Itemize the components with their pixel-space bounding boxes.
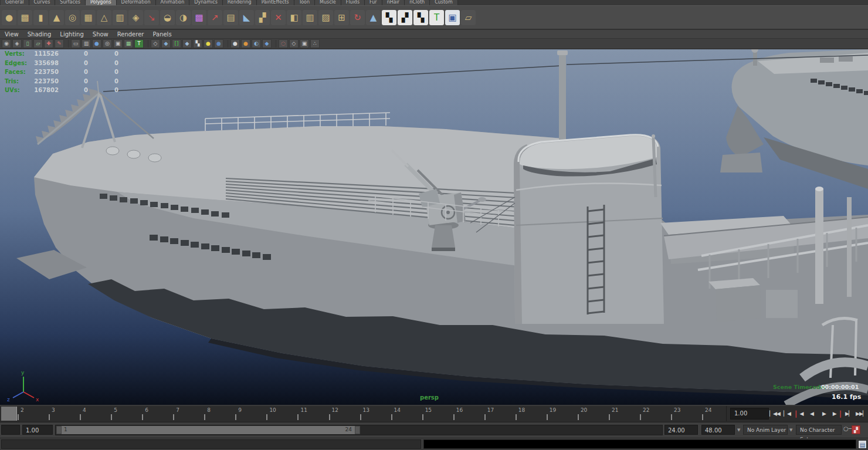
- half-ball-icon[interactable]: ◐: [252, 39, 261, 48]
- timeline-tick-13[interactable]: [360, 414, 361, 420]
- insert-edge-loop-icon[interactable]: ▥: [303, 10, 317, 25]
- shelf-tab-fluids[interactable]: Fluids: [341, 0, 365, 5]
- timeline-tick-14[interactable]: [391, 414, 392, 420]
- select-marquee-icon[interactable]: ◌: [279, 39, 288, 48]
- select-camera-icon[interactable]: ◉: [2, 39, 11, 48]
- poly-platonic-icon[interactable]: ◈: [128, 10, 143, 25]
- timeline-tick-22[interactable]: [640, 414, 641, 420]
- set-key-icon[interactable]: ○─: [843, 425, 852, 432]
- uv-checker-3-icon[interactable]: ▚: [413, 10, 428, 25]
- bookmark-icon[interactable]: ▯: [23, 39, 32, 48]
- shelf-tab-muscle[interactable]: Muscle: [315, 0, 341, 5]
- character-set-dropdown-arrow[interactable]: ▼: [789, 428, 792, 432]
- poly-cylinder-icon[interactable]: ▮: [33, 10, 48, 25]
- menu-panels[interactable]: Panels: [152, 31, 171, 38]
- timeline-tick-8[interactable]: [204, 414, 205, 420]
- add-divisions-icon[interactable]: ⊞: [334, 10, 349, 25]
- shelf-tab-bar[interactable]: GeneralCurvesSurfacesPolygonsDeformation…: [0, 0, 868, 5]
- shelf-tab-rendering[interactable]: Rendering: [223, 0, 257, 5]
- timeline-track[interactable]: 23456789101112131415161718192021222324: [0, 406, 727, 421]
- uv-t-checker-icon[interactable]: T: [429, 10, 444, 25]
- paint-select-icon[interactable]: ✎: [55, 39, 64, 48]
- shelf-tab-custom[interactable]: Custom: [430, 0, 458, 5]
- shelf-tab-polygons[interactable]: Polygons: [86, 0, 117, 5]
- shelf-tab-curves[interactable]: Curves: [29, 0, 56, 5]
- uv-checker-2-icon[interactable]: ▞: [398, 10, 412, 25]
- planar-mapping-icon[interactable]: ▲: [366, 10, 381, 25]
- timeline-tick-18[interactable]: [516, 414, 517, 420]
- poly-cone-icon[interactable]: ▲: [49, 10, 64, 25]
- shelf-tab-deformation[interactable]: Deformation: [117, 0, 156, 5]
- timeline-tick-5[interactable]: [111, 414, 112, 420]
- smooth-icon[interactable]: ▩: [192, 10, 206, 25]
- checkered-ball-icon[interactable]: ▚: [193, 39, 202, 48]
- append-facet-icon[interactable]: ▞: [255, 10, 270, 25]
- character-set-selector[interactable]: No Character Set: [796, 425, 842, 435]
- poly-pyramid-icon[interactable]: △: [97, 10, 111, 25]
- use-lights-icon[interactable]: ●: [204, 39, 213, 48]
- timeline-tick-11[interactable]: [297, 414, 299, 420]
- wireframe-icon[interactable]: ◇: [151, 39, 160, 48]
- smooth-shade-icon[interactable]: ◆: [161, 39, 171, 48]
- menu-lighting[interactable]: Lighting: [60, 31, 83, 38]
- shelf-tab-dynamics[interactable]: Dynamics: [189, 0, 222, 5]
- auto-keyframe-toggle-icon[interactable]: ▞: [852, 425, 860, 434]
- timeline-tick-7[interactable]: [173, 414, 174, 420]
- playback-start-field[interactable]: 1.00: [22, 425, 53, 435]
- timeline-tick-3[interactable]: [49, 414, 50, 420]
- poly-sphere-icon[interactable]: ●: [2, 10, 16, 25]
- timeline-tick-15[interactable]: [422, 414, 423, 420]
- timeline-tick-17[interactable]: [484, 414, 486, 420]
- hypergraph-nodes-icon[interactable]: ∴: [310, 39, 320, 48]
- menu-show[interactable]: Show: [93, 31, 108, 38]
- current-time-field[interactable]: 1.00: [730, 408, 769, 419]
- image-plane-icon[interactable]: ▱: [33, 39, 43, 48]
- poly-plane-icon[interactable]: ▦: [81, 10, 96, 25]
- range-start-handle[interactable]: [56, 426, 62, 434]
- playback-end-field[interactable]: 24.00: [664, 425, 698, 435]
- bevel-icon[interactable]: ▤: [223, 10, 238, 25]
- uv-editor-window-icon[interactable]: ▣: [445, 10, 460, 25]
- animation-end-field[interactable]: 48.00: [701, 425, 735, 435]
- step-forward-frame-button[interactable]: ▶▕: [830, 407, 842, 420]
- time-slider[interactable]: 23456789101112131415161718192021222324 1…: [0, 406, 868, 422]
- field-chart-icon[interactable]: ◎: [103, 39, 112, 48]
- play-backwards-button[interactable]: ◀: [806, 407, 818, 420]
- delete-component-icon[interactable]: ✕: [271, 10, 286, 25]
- camera-attributes-icon[interactable]: ◈: [12, 39, 22, 48]
- duplicate-view-icon[interactable]: ▣: [300, 39, 309, 48]
- safe-action-icon[interactable]: ▣: [113, 39, 123, 48]
- spin-edge-icon[interactable]: ↻: [350, 10, 365, 25]
- timeline-tick-16[interactable]: [453, 414, 455, 420]
- film-gate-icon[interactable]: ▭: [71, 39, 80, 48]
- step-back-frame-button[interactable]: ▏◀: [794, 407, 805, 420]
- menu-renderer[interactable]: Renderer: [117, 31, 144, 38]
- motion-blur-icon[interactable]: ●: [241, 39, 250, 48]
- textured-icon[interactable]: ◆: [182, 39, 192, 48]
- extrude-icon[interactable]: ↗: [208, 10, 222, 25]
- step-back-key-button[interactable]: ▏◀: [781, 407, 793, 420]
- shelf-tab-ncloth[interactable]: nCloth: [405, 0, 430, 5]
- text-hud-icon[interactable]: T: [134, 39, 144, 48]
- resolution-gate-icon[interactable]: ▥: [82, 39, 91, 48]
- shadows-icon[interactable]: ●: [214, 39, 223, 48]
- anim-layer-selector[interactable]: No Anim Layer: [743, 425, 788, 435]
- timeline-tick-2[interactable]: [18, 414, 19, 420]
- go-to-start-button[interactable]: ▏◀◀: [769, 407, 781, 420]
- timeline-tick-6[interactable]: [142, 414, 143, 420]
- safe-title-icon[interactable]: ▦: [124, 39, 133, 48]
- poly-torus-icon[interactable]: ◎: [65, 10, 80, 25]
- go-to-end-button[interactable]: ▶▶▏: [855, 407, 867, 420]
- manip-icon[interactable]: ◆: [262, 39, 272, 48]
- fill-hole-icon[interactable]: ◣: [239, 10, 254, 25]
- poly-plane-2-icon[interactable]: ▱: [461, 10, 476, 25]
- script-editor-icon[interactable]: ▤: [858, 440, 867, 449]
- timeline-tick-19[interactable]: [547, 414, 548, 420]
- timeline-tick-21[interactable]: [609, 414, 610, 420]
- split-polygon-icon[interactable]: ◧: [287, 10, 301, 25]
- timeline-tick-10[interactable]: [266, 414, 267, 420]
- shelf-tab-toon[interactable]: Toon: [294, 0, 315, 5]
- play-forwards-button[interactable]: ▶: [818, 407, 830, 420]
- measure-icon[interactable]: ✚: [44, 39, 53, 48]
- timeline-tick-12[interactable]: [329, 414, 330, 420]
